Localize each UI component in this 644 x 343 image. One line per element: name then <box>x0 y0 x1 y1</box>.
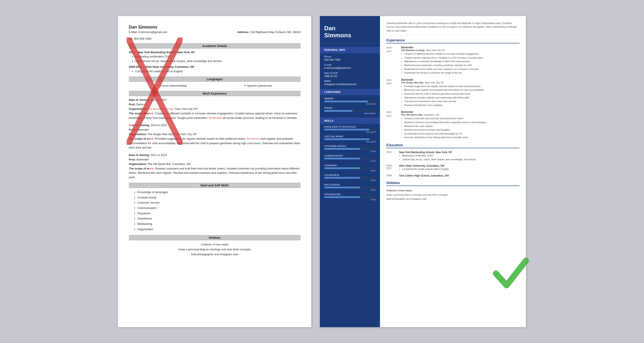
edu-tomcollins: 2008 Tom Collins High School, Columbus, … <box>386 174 520 177</box>
hobbies-content: Collector of rare vinyls. Keep a persona… <box>386 189 520 201</box>
hobbies-section: Hobbies Collector of rare vinyls. Keep a… <box>386 181 520 201</box>
left-resume: Dan Simmons E-Mail: d.simmons@gmail.com … <box>118 16 311 327</box>
languages-content: • French (intermediate) • Spanish (advan… <box>129 83 300 88</box>
personal-info-content: Phone 304-506-7089 E-mail d.simmons@gmai… <box>320 55 380 86</box>
academic-content: 2013 - New York Bartending School, New Y… <box>129 50 300 74</box>
skills-list: Knowledge of beverages Cocktail mixing C… <box>138 190 300 232</box>
tel-line: Tel: 304-506-7089 <box>129 37 300 40</box>
summary: Charming Bartender with 5+ years of expe… <box>386 21 520 35</box>
lang-spanish: Spanish Advanced <box>320 97 380 105</box>
right-resume: Dan Simmons Personal Info Phone 304-506-… <box>320 16 526 327</box>
contact-row: E-Mail: d.simmons@gmail.com Address: 134… <box>129 30 300 34</box>
skills-title: Skills <box>320 118 380 124</box>
languages-title: Languages <box>320 89 380 95</box>
sidebar-name: Dan Simmons <box>320 22 380 44</box>
exp-ginger: 2013 -2015 Bartender The Ginger Man Bar,… <box>386 78 520 107</box>
exp-hill: 2011 -2013 Bartender The Hill Sports Bar… <box>386 110 520 139</box>
edu-ohio: 2009 -2011 Ohio State University, Columb… <box>386 164 520 171</box>
edu-bartending: 2013 New York Bartending School, New Yor… <box>386 151 520 161</box>
hobbies-header: Hobbies <box>129 235 300 240</box>
address-line: Address: 134 Rightward Way Portland, ME,… <box>237 30 300 34</box>
hobbies-content: Collector of rare vinyls Keep a personal… <box>129 242 300 257</box>
education-section: Education 2013 New York Bartending Schoo… <box>386 143 520 177</box>
academic-header: Academic Details <box>129 43 300 48</box>
email-line: E-Mail: d.simmons@gmail.com <box>129 30 167 34</box>
exp-bamboo: 2015 -2017 Bartender The Bamboo Lounge, … <box>386 46 520 75</box>
languages-header: Languages <box>129 77 300 82</box>
work-content: Date of Joining: 2015 to 2017 Post: Bart… <box>129 98 300 180</box>
lang-french: French Intermediate <box>320 106 380 115</box>
green-check-overlay <box>492 254 530 293</box>
right-sidebar: Dan Simmons Personal Info Phone 304-506-… <box>320 16 380 327</box>
personal-info-title: Personal Info <box>320 47 380 53</box>
skills-bars: Knowledge of Beverages Very good Cocktai… <box>320 126 380 201</box>
left-name: Dan Simmons <box>129 25 300 29</box>
skills-header: Hard and Soft Skills <box>129 183 300 188</box>
work-header: Work Experience <box>129 91 300 96</box>
experience-section: Experience 2015 -2017 Bartender The Bamb… <box>386 38 520 139</box>
